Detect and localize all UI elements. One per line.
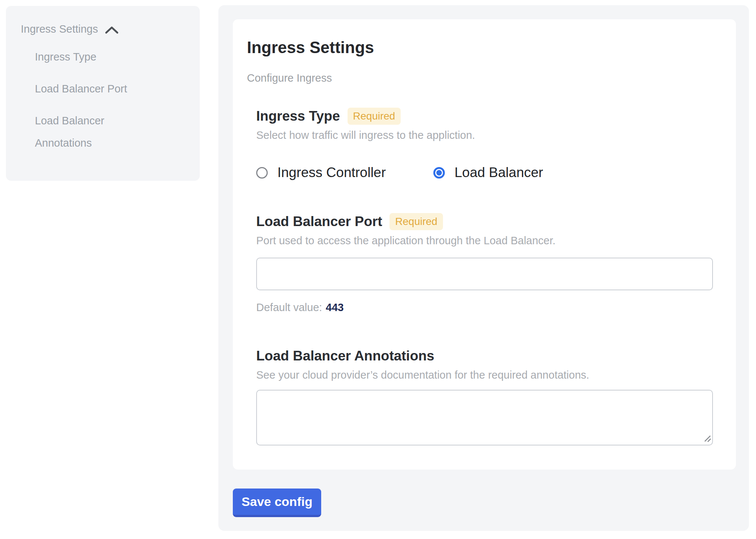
ingress-type-heading: Ingress Type: [256, 108, 340, 125]
form-sections: Ingress Type Required Select how traffic…: [256, 108, 714, 445]
ingress-type-description: Select how traffic will ingress to the a…: [256, 128, 714, 142]
ingress-type-radio-group: Ingress Controller Load Balancer: [256, 165, 714, 180]
default-value-label: Default value:: [256, 301, 322, 313]
lb-annotations-textarea-wrap: [256, 390, 713, 445]
sidebar-item-load-balancer-port[interactable]: Load Balancer Port: [35, 78, 157, 100]
radio-selected-icon[interactable]: [433, 167, 445, 179]
radio-label-load-balancer[interactable]: Load Balancer: [454, 165, 543, 180]
resize-handle-icon[interactable]: [702, 433, 711, 444]
section-load-balancer-annotations: Load Balancer Annotations See your cloud…: [256, 347, 714, 445]
lb-annotations-heading-row: Load Balancer Annotations: [256, 347, 714, 365]
radio-unselected-icon[interactable]: [256, 167, 268, 179]
radio-option-ingress-controller[interactable]: Ingress Controller: [256, 165, 415, 180]
lb-port-description: Port used to access the application thro…: [256, 234, 714, 247]
default-value: 443: [326, 301, 343, 313]
chevron-up-icon[interactable]: [105, 24, 119, 35]
ingress-type-heading-row: Ingress Type Required: [256, 108, 714, 125]
sidebar-item-list: Ingress Type Load Balancer Port Load Bal…: [21, 46, 189, 154]
radio-option-load-balancer[interactable]: Load Balancer: [433, 165, 543, 180]
page-title: Ingress Settings: [247, 39, 714, 56]
main-panel: Ingress Settings Configure Ingress Ingre…: [218, 5, 749, 531]
ingress-settings-card: Ingress Settings Configure Ingress Ingre…: [233, 19, 736, 470]
section-ingress-type: Ingress Type Required Select how traffic…: [256, 108, 714, 180]
radio-dot: [436, 170, 442, 176]
page-subtitle: Configure Ingress: [247, 71, 714, 85]
load-balancer-annotations-textarea[interactable]: [256, 390, 713, 445]
settings-sidebar: Ingress Settings Ingress Type Load Balan…: [6, 6, 200, 181]
radio-label-ingress-controller[interactable]: Ingress Controller: [277, 165, 386, 180]
load-balancer-port-input[interactable]: [256, 258, 713, 290]
sidebar-item-load-balancer-annotations[interactable]: Load Balancer Annotations: [35, 110, 157, 154]
default-value-row: Default value:443: [256, 301, 714, 314]
section-load-balancer-port: Load Balancer Port Required Port used to…: [256, 213, 714, 314]
save-config-button[interactable]: Save config: [233, 489, 321, 517]
lb-port-heading-row: Load Balancer Port Required: [256, 213, 714, 230]
lb-annotations-heading: Load Balancer Annotations: [256, 347, 434, 365]
sidebar-section-label: Ingress Settings: [21, 23, 98, 35]
sidebar-section-ingress-settings[interactable]: Ingress Settings: [21, 23, 189, 35]
required-badge: Required: [390, 213, 443, 230]
lb-annotations-description: See your cloud provider’s documentation …: [256, 368, 714, 382]
sidebar-item-ingress-type[interactable]: Ingress Type: [35, 46, 157, 68]
required-badge: Required: [348, 108, 401, 125]
lb-port-heading: Load Balancer Port: [256, 213, 382, 230]
